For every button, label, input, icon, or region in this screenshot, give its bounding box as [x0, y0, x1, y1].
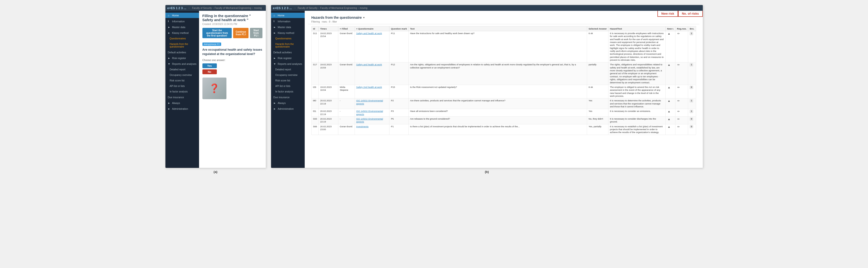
cell-bro: 1: [688, 31, 696, 62]
sidebar-a-questionnaire-label: Questionnaires: [170, 37, 186, 40]
sidebar-b-admin[interactable]: ► Administration: [271, 106, 305, 112]
sidebar-b-hazards[interactable]: Hazards from the questionnaire: [271, 41, 305, 49]
cell-questionnaire[interactable]: ISO 14501! Environmental aspects: [354, 109, 390, 117]
cell-reg-noe[interactable]: ✏: [676, 85, 688, 98]
cell-reg-noe[interactable]: ✏: [676, 116, 688, 124]
cell-id: S11: [311, 31, 319, 62]
cell-filled: -: [338, 98, 355, 109]
sidebar-b-information[interactable]: ℹ Information: [271, 19, 305, 24]
cell-questionnaire[interactable]: ISO 14501! Environmental aspects: [354, 98, 390, 109]
sidebar-a-api[interactable]: API list or lists: [165, 84, 199, 89]
sidebar-a-ie-factor[interactable]: Ie factor analysis: [165, 89, 199, 94]
start-questionnaire-button[interactable]: Start the questionnaire from the first q…: [203, 28, 232, 38]
sidebar-b-reports[interactable]: ▼ Reports and analyses: [271, 61, 305, 66]
sidebar-b-master-data[interactable]: ► Master data: [271, 25, 305, 30]
sidebar-a-hazards[interactable]: Hazards from the questionnaire: [165, 41, 199, 49]
topbar-b: e+ES 1 2 3 ... ··· Faculty of Security ›…: [271, 5, 703, 11]
continue-button[interactable]: Continue from P1 I: [233, 28, 248, 38]
cell-new-r[interactable]: ▲: [665, 109, 676, 117]
cell-questionnaire[interactable]: Safety and health at work: [354, 31, 390, 62]
sidebar-a-always[interactable]: ► Always: [165, 100, 199, 106]
sidebar-a-hazards-label: Hazards from the questionnaire: [170, 43, 197, 48]
cell-reg-noe[interactable]: ✏: [676, 109, 688, 117]
cell-questionnaire[interactable]: ISO 14501! Environmental aspects: [354, 116, 390, 124]
cell-reg-noe[interactable]: ✏: [676, 124, 688, 135]
topbar-dots-b: ···: [294, 7, 296, 9]
start-from-button[interactable]: Start from P1 I: [250, 28, 262, 38]
cell-new-r[interactable]: ▲: [665, 62, 676, 85]
sidebar-a-risk-score[interactable]: Risk score list: [165, 78, 199, 83]
cell-questionnaire[interactable]: Safety and health at work: [354, 62, 390, 85]
sidebar-b-master-data-label: Master data: [278, 26, 291, 29]
dropdown-icon-b[interactable]: ▼: [363, 16, 365, 19]
cell-question-mark: P3: [390, 109, 409, 117]
panel-a: e+ES 1 2 3 ... ··· Faculty of Security ›…: [165, 5, 266, 168]
sidebar-b-always-label: Always: [278, 101, 286, 105]
sidebar-b-detailed[interactable]: Detailed report: [271, 67, 305, 72]
sidebar-a-klassy[interactable]: ► Klassy method: [165, 30, 199, 35]
sidebar-b-api[interactable]: API list or lists: [271, 84, 305, 89]
panel-b-col: e+ES 1 2 3 ... ··· Faculty of Security ›…: [271, 5, 703, 175]
cell-hazard-text: It is necessary to consider an emissions…: [608, 109, 665, 117]
sidebar-a-home[interactable]: ⌂ Home: [165, 13, 199, 18]
cell-new-r[interactable]: ▲: [665, 124, 676, 135]
cell-new-r[interactable]: ▲: [665, 31, 676, 62]
sidebar-b-klassy[interactable]: ► Klassy method: [271, 30, 305, 35]
sidebar-a-information[interactable]: ℹ Information: [165, 19, 199, 24]
sidebar-a-master-data[interactable]: ► Master data: [165, 25, 199, 30]
cell-reg-noe[interactable]: ✏: [676, 31, 688, 62]
sidebar-b-always[interactable]: ► Always: [271, 100, 305, 106]
sidebar-a-occupancy[interactable]: Occupancy overview: [165, 72, 199, 78]
cell-reg-noe[interactable]: ✏: [676, 98, 688, 109]
sidebar-a-due-label: Due insurance: [168, 96, 184, 99]
sidebar-b-questionnaire[interactable]: Questionnaires: [271, 36, 305, 41]
sidebar-a-admin[interactable]: ► Administration: [165, 106, 199, 112]
cell-text: Are releases to the ground considered?: [408, 116, 587, 124]
topbar-a: e+ES 1 2 3 ... ··· Faculty of Security ›…: [165, 5, 266, 11]
cell-times: 20.02.2023 22:19: [319, 116, 338, 124]
filter-icon-filled[interactable]: ≡: [340, 27, 341, 30]
cell-questionnaire[interactable]: Safety 2nd health at work: [354, 85, 390, 98]
cell-new-r[interactable]: ▲: [665, 116, 676, 124]
cell-selected-answer: Yes, partially: [587, 124, 609, 135]
sidebar-b-default[interactable]: Default activities: [271, 50, 305, 55]
cell-question-mark: P12: [390, 62, 409, 85]
panel-a-col: e+ES 1 2 3 ... ··· Faculty of Security ›…: [165, 5, 266, 175]
sidebar-a-default-label: Default activities: [168, 51, 186, 54]
cell-id: S93: [311, 116, 319, 124]
col-bro: Bro.: [688, 26, 696, 31]
sidebar-b-risk-score[interactable]: Risk score list: [271, 78, 305, 83]
sidebar-b-risk-register[interactable]: ► Risk register: [271, 56, 305, 61]
cell-questionnaire[interactable]: Investments: [354, 124, 390, 135]
sidebar-a-questionnaire[interactable]: Questionnaires: [165, 36, 199, 41]
sidebar-a-detailed[interactable]: Detailed report: [165, 67, 199, 72]
cell-question-mark: P2: [390, 98, 409, 109]
no-button[interactable]: No: [203, 69, 217, 74]
cell-bro: 1: [688, 62, 696, 85]
cell-bro: 1: [688, 109, 696, 117]
cell-new-r[interactable]: ▲: [665, 98, 676, 109]
cell-text: Have the instructions for safe and healt…: [408, 31, 587, 62]
cell-times: 20.02.2023 22:19: [319, 109, 338, 117]
sidebar-b-detailed-label: Detailed report: [275, 68, 291, 71]
sidebar-b-occupancy[interactable]: Occupancy overview: [271, 72, 305, 78]
cell-new-r[interactable]: ▲: [665, 85, 676, 98]
cell-reg-noe[interactable]: ✏: [676, 62, 688, 85]
sidebar-a-reports-label: Reports and analyses: [172, 62, 197, 65]
yes-button[interactable]: Yes: [203, 63, 217, 68]
sidebar-a-risk-register[interactable]: ► Risk register: [165, 56, 199, 61]
breadcrumb-a-0: Faculty of Security: [192, 7, 212, 9]
page-title-a: Filling in the questionnaire " Safety an…: [203, 14, 262, 22]
sidebar-a-due[interactable]: Due insurance: [165, 95, 199, 100]
sidebar-b-ie-factor[interactable]: Ie factor analysis: [271, 89, 305, 94]
cell-filled: -: [338, 116, 355, 124]
cell-question-mark: P15: [390, 85, 409, 98]
sidebar-a-reports[interactable]: ▼ Reports and analyses: [165, 61, 199, 66]
sidebar-a-default[interactable]: Default activities: [165, 50, 199, 55]
table-container-b: Id Times ≡ Filled ≡ Questionn: [308, 24, 700, 137]
sidebar-b-home[interactable]: ⌂ Home: [271, 13, 305, 18]
btn-row-a: Start the questionnaire from the first q…: [203, 28, 262, 38]
filter-icon-questionnaire[interactable]: ≡: [356, 27, 358, 30]
cell-id: S17: [311, 62, 319, 85]
sidebar-b-due[interactable]: Due insurance: [271, 95, 305, 100]
